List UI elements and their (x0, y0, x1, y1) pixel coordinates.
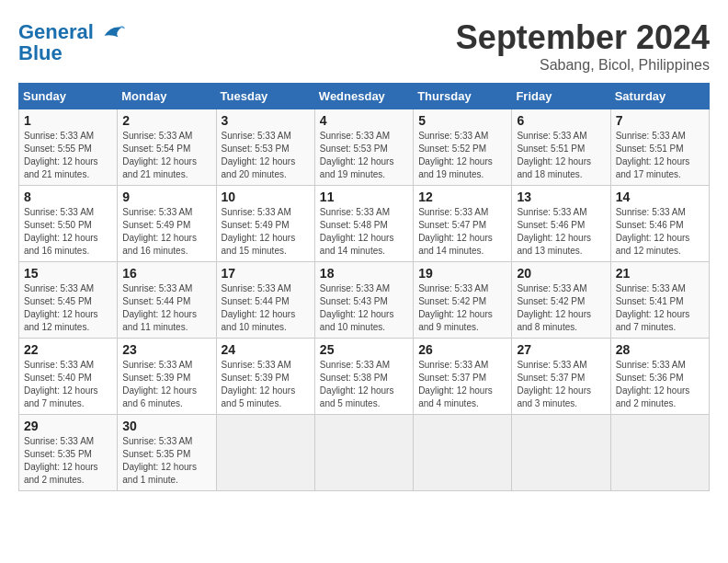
calendar-cell: 12Sunrise: 5:33 AM Sunset: 5:47 PM Dayli… (414, 186, 512, 262)
day-info: Sunrise: 5:33 AM Sunset: 5:53 PM Dayligh… (320, 130, 408, 181)
calendar-cell (216, 415, 314, 491)
day-number: 18 (320, 266, 408, 281)
calendar-cell: 5Sunrise: 5:33 AM Sunset: 5:52 PM Daylig… (414, 109, 512, 186)
day-info: Sunrise: 5:33 AM Sunset: 5:50 PM Dayligh… (24, 206, 112, 258)
day-info: Sunrise: 5:33 AM Sunset: 5:49 PM Dayligh… (122, 206, 210, 258)
day-number: 7 (616, 113, 704, 128)
day-info: Sunrise: 5:33 AM Sunset: 5:49 PM Dayligh… (222, 206, 310, 258)
calendar-cell: 9Sunrise: 5:33 AM Sunset: 5:49 PM Daylig… (118, 186, 216, 262)
calendar-cell: 16Sunrise: 5:33 AM Sunset: 5:44 PM Dayli… (118, 262, 216, 339)
day-number: 12 (418, 190, 506, 204)
day-info: Sunrise: 5:33 AM Sunset: 5:55 PM Dayligh… (24, 130, 112, 181)
calendar-cell: 6Sunrise: 5:33 AM Sunset: 5:51 PM Daylig… (512, 109, 610, 186)
title-block: September 2024 Sabang, Bicol, Philippine… (456, 18, 710, 74)
calendar-cell: 18Sunrise: 5:33 AM Sunset: 5:43 PM Dayli… (314, 262, 413, 339)
logo: General Blue (18, 18, 125, 64)
day-number: 19 (418, 266, 506, 281)
day-info: Sunrise: 5:33 AM Sunset: 5:54 PM Dayligh… (122, 130, 210, 181)
calendar-cell: 29Sunrise: 5:33 AM Sunset: 5:35 PM Dayli… (19, 415, 118, 491)
location-title: Sabang, Bicol, Philippines (456, 57, 710, 74)
calendar-cell: 23Sunrise: 5:33 AM Sunset: 5:39 PM Dayli… (118, 339, 216, 415)
day-number: 24 (222, 342, 310, 357)
day-info: Sunrise: 5:33 AM Sunset: 5:53 PM Dayligh… (222, 130, 310, 181)
weekday-header-sunday: Sunday (19, 84, 118, 109)
day-info: Sunrise: 5:33 AM Sunset: 5:40 PM Dayligh… (24, 359, 112, 410)
day-info: Sunrise: 5:33 AM Sunset: 5:39 PM Dayligh… (122, 359, 210, 410)
day-info: Sunrise: 5:33 AM Sunset: 5:42 PM Dayligh… (418, 282, 506, 334)
calendar-cell (314, 415, 413, 491)
calendar-week-4: 22Sunrise: 5:33 AM Sunset: 5:40 PM Dayli… (19, 339, 710, 415)
calendar-cell: 15Sunrise: 5:33 AM Sunset: 5:45 PM Dayli… (19, 262, 118, 339)
day-number: 8 (24, 190, 112, 204)
calendar-cell: 4Sunrise: 5:33 AM Sunset: 5:53 PM Daylig… (314, 109, 413, 186)
day-info: Sunrise: 5:33 AM Sunset: 5:46 PM Dayligh… (517, 206, 605, 258)
calendar-cell: 25Sunrise: 5:33 AM Sunset: 5:38 PM Dayli… (314, 339, 413, 415)
calendar-cell: 13Sunrise: 5:33 AM Sunset: 5:46 PM Dayli… (512, 186, 610, 262)
page-header: General Blue September 2024 Sabang, Bico… (18, 18, 710, 74)
calendar-cell: 19Sunrise: 5:33 AM Sunset: 5:42 PM Dayli… (414, 262, 512, 339)
day-number: 6 (517, 113, 605, 128)
day-number: 28 (616, 342, 704, 357)
calendar-cell: 3Sunrise: 5:33 AM Sunset: 5:53 PM Daylig… (216, 109, 314, 186)
calendar-cell: 1Sunrise: 5:33 AM Sunset: 5:55 PM Daylig… (19, 109, 118, 186)
calendar-week-5: 29Sunrise: 5:33 AM Sunset: 5:35 PM Dayli… (19, 415, 710, 491)
day-info: Sunrise: 5:33 AM Sunset: 5:51 PM Dayligh… (616, 130, 704, 181)
calendar-cell: 10Sunrise: 5:33 AM Sunset: 5:49 PM Dayli… (216, 186, 314, 262)
calendar-cell: 24Sunrise: 5:33 AM Sunset: 5:39 PM Dayli… (216, 339, 314, 415)
weekday-header-row: SundayMondayTuesdayWednesdayThursdayFrid… (19, 84, 710, 109)
day-info: Sunrise: 5:33 AM Sunset: 5:41 PM Dayligh… (616, 282, 704, 334)
calendar-cell: 17Sunrise: 5:33 AM Sunset: 5:44 PM Dayli… (216, 262, 314, 339)
day-number: 22 (24, 342, 112, 357)
day-number: 30 (122, 419, 210, 433)
day-info: Sunrise: 5:33 AM Sunset: 5:35 PM Dayligh… (24, 435, 112, 487)
weekday-header-saturday: Saturday (610, 84, 709, 109)
day-number: 27 (517, 342, 605, 357)
logo-bird-icon (97, 18, 125, 46)
calendar-table: SundayMondayTuesdayWednesdayThursdayFrid… (18, 83, 710, 491)
day-info: Sunrise: 5:33 AM Sunset: 5:45 PM Dayligh… (24, 282, 112, 334)
day-info: Sunrise: 5:33 AM Sunset: 5:46 PM Dayligh… (616, 206, 704, 258)
day-number: 11 (320, 190, 408, 204)
day-number: 29 (24, 419, 112, 433)
logo-general: General (18, 20, 94, 43)
calendar-cell: 2Sunrise: 5:33 AM Sunset: 5:54 PM Daylig… (118, 109, 216, 186)
weekday-header-friday: Friday (512, 84, 610, 109)
weekday-header-thursday: Thursday (414, 84, 512, 109)
calendar-cell: 26Sunrise: 5:33 AM Sunset: 5:37 PM Dayli… (414, 339, 512, 415)
calendar-cell: 7Sunrise: 5:33 AM Sunset: 5:51 PM Daylig… (610, 109, 709, 186)
calendar-cell: 8Sunrise: 5:33 AM Sunset: 5:50 PM Daylig… (19, 186, 118, 262)
calendar-cell (512, 415, 610, 491)
calendar-cell (610, 415, 709, 491)
day-number: 9 (122, 190, 210, 204)
calendar-cell: 28Sunrise: 5:33 AM Sunset: 5:36 PM Dayli… (610, 339, 709, 415)
day-number: 17 (222, 266, 310, 281)
day-info: Sunrise: 5:33 AM Sunset: 5:36 PM Dayligh… (616, 359, 704, 410)
day-info: Sunrise: 5:33 AM Sunset: 5:37 PM Dayligh… (517, 359, 605, 410)
weekday-header-wednesday: Wednesday (314, 84, 413, 109)
calendar-week-2: 8Sunrise: 5:33 AM Sunset: 5:50 PM Daylig… (19, 186, 710, 262)
calendar-cell: 14Sunrise: 5:33 AM Sunset: 5:46 PM Dayli… (610, 186, 709, 262)
day-number: 23 (122, 342, 210, 357)
day-number: 21 (616, 266, 704, 281)
calendar-cell: 11Sunrise: 5:33 AM Sunset: 5:48 PM Dayli… (314, 186, 413, 262)
day-info: Sunrise: 5:33 AM Sunset: 5:44 PM Dayligh… (122, 282, 210, 334)
day-info: Sunrise: 5:33 AM Sunset: 5:38 PM Dayligh… (320, 359, 408, 410)
calendar-cell: 27Sunrise: 5:33 AM Sunset: 5:37 PM Dayli… (512, 339, 610, 415)
month-title: September 2024 (456, 18, 710, 57)
day-number: 20 (517, 266, 605, 281)
day-info: Sunrise: 5:33 AM Sunset: 5:42 PM Dayligh… (517, 282, 605, 334)
calendar-cell: 20Sunrise: 5:33 AM Sunset: 5:42 PM Dayli… (512, 262, 610, 339)
day-info: Sunrise: 5:33 AM Sunset: 5:43 PM Dayligh… (320, 282, 408, 334)
logo-text: General (18, 21, 94, 43)
weekday-header-monday: Monday (118, 84, 216, 109)
day-info: Sunrise: 5:33 AM Sunset: 5:51 PM Dayligh… (517, 130, 605, 181)
calendar-week-1: 1Sunrise: 5:33 AM Sunset: 5:55 PM Daylig… (19, 109, 710, 186)
day-number: 25 (320, 342, 408, 357)
day-info: Sunrise: 5:33 AM Sunset: 5:47 PM Dayligh… (418, 206, 506, 258)
day-info: Sunrise: 5:33 AM Sunset: 5:35 PM Dayligh… (122, 435, 210, 487)
day-number: 16 (122, 266, 210, 281)
calendar-cell: 30Sunrise: 5:33 AM Sunset: 5:35 PM Dayli… (118, 415, 216, 491)
day-number: 4 (320, 113, 408, 128)
day-number: 5 (418, 113, 506, 128)
day-info: Sunrise: 5:33 AM Sunset: 5:52 PM Dayligh… (418, 130, 506, 181)
